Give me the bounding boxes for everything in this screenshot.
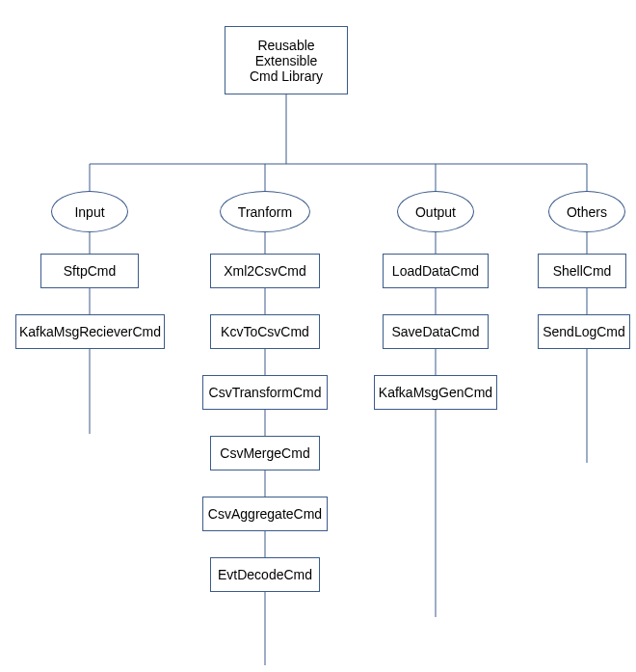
cmd-sftp: SftpCmd bbox=[40, 254, 139, 288]
cmd-xml2csv-label: Xml2CsvCmd bbox=[224, 263, 306, 279]
cmd-kafka-receiver: KafkaMsgRecieverCmd bbox=[15, 314, 165, 349]
cmd-sendlog-label: SendLogCmd bbox=[543, 324, 625, 339]
category-transform-label: Tranform bbox=[238, 204, 292, 220]
root-box: Reusable Extensible Cmd Library bbox=[225, 26, 348, 94]
cmd-xml2csv: Xml2CsvCmd bbox=[210, 254, 320, 288]
cmd-sftp-label: SftpCmd bbox=[64, 263, 116, 279]
cmd-kafkamsggen-label: KafkaMsgGenCmd bbox=[379, 385, 492, 400]
cmd-kcvtocsv-label: KcvToCsvCmd bbox=[221, 324, 309, 339]
category-input-label: Input bbox=[74, 204, 104, 220]
cmd-csvmerge: CsvMergeCmd bbox=[210, 436, 320, 470]
category-others: Others bbox=[548, 191, 625, 232]
root-line1: Reusable bbox=[250, 38, 323, 53]
category-input: Input bbox=[51, 191, 128, 232]
root-line3: Cmd Library bbox=[250, 68, 323, 84]
cmd-loaddata: LoadDataCmd bbox=[383, 254, 489, 288]
cmd-evtdecode: EvtDecodeCmd bbox=[210, 557, 320, 592]
cmd-csvtransform-label: CsvTransformCmd bbox=[209, 385, 322, 400]
cmd-shell-label: ShellCmd bbox=[553, 263, 612, 279]
root-line2: Extensible bbox=[250, 53, 323, 68]
category-output: Output bbox=[397, 191, 474, 232]
cmd-sendlog: SendLogCmd bbox=[538, 314, 630, 349]
cmd-kcvtocsv: KcvToCsvCmd bbox=[210, 314, 320, 349]
cmd-csvaggregate-label: CsvAggregateCmd bbox=[208, 506, 322, 522]
cmd-csvmerge-label: CsvMergeCmd bbox=[220, 445, 309, 461]
category-others-label: Others bbox=[567, 204, 607, 220]
category-transform: Tranform bbox=[220, 191, 310, 232]
cmd-savedata: SaveDataCmd bbox=[383, 314, 489, 349]
category-output-label: Output bbox=[415, 204, 456, 220]
cmd-kafka-receiver-label: KafkaMsgRecieverCmd bbox=[19, 324, 161, 339]
cmd-csvaggregate: CsvAggregateCmd bbox=[202, 497, 328, 531]
cmd-savedata-label: SaveDataCmd bbox=[391, 324, 479, 339]
cmd-kafkamsggen: KafkaMsgGenCmd bbox=[374, 375, 497, 410]
cmd-shell: ShellCmd bbox=[538, 254, 626, 288]
cmd-evtdecode-label: EvtDecodeCmd bbox=[218, 567, 312, 582]
cmd-csvtransform: CsvTransformCmd bbox=[202, 375, 328, 410]
cmd-loaddata-label: LoadDataCmd bbox=[392, 263, 479, 279]
